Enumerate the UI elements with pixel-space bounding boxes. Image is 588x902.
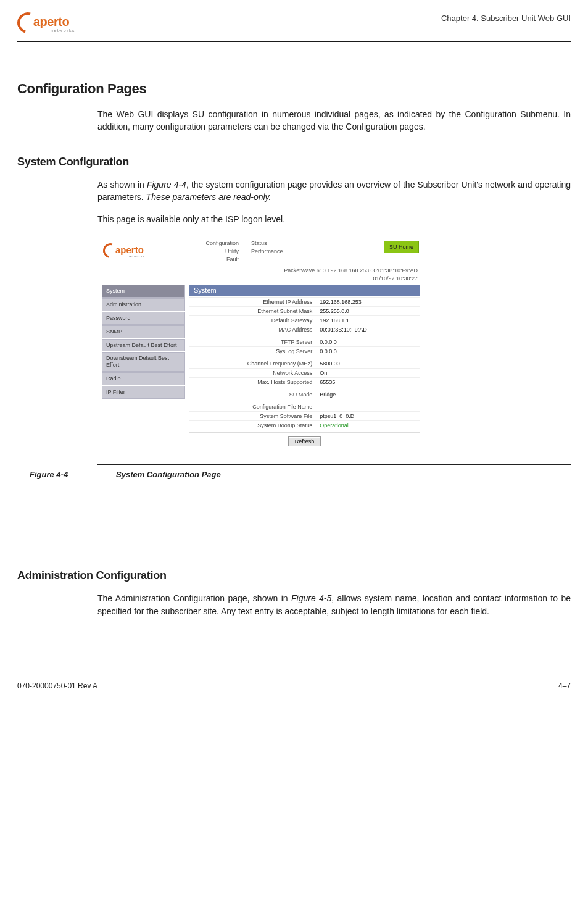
table-row: Max. Hosts Supported65535 [189,378,420,388]
row-label: Network Access [189,369,316,378]
table-row: Channel Frequency (MHz)5800.00 [189,357,420,369]
footer-right: 4–7 [558,682,571,690]
sidebar-item-snmp[interactable]: SNMP [102,325,185,338]
sidebar-item-ipfilter[interactable]: IP Filter [102,386,185,399]
row-label: TFTP Server [189,335,316,347]
table-row: Ethernet Subnet Mask255.255.0.0 [189,307,420,316]
row-label: Channel Frequency (MHz) [189,357,316,369]
sidebar-item-administration[interactable]: Administration [102,298,185,311]
screenshot-container: aperto networks Configuration Utility Fa… [97,235,571,454]
status-line: PacketWave 610 192.168.168.253 00:01:3B:… [98,264,424,283]
row-label: Configuration File Name [189,400,316,412]
row-label: System Software File [189,412,316,421]
section-rule [17,73,571,73]
table-row: MAC Address00:01:3B:10:F9:AD [189,325,420,336]
row-value: 5800.00 [316,357,420,369]
figure-caption: Figure 4-4 System Configuration Page [30,470,571,479]
screenshot: aperto networks Configuration Utility Fa… [97,235,424,454]
figref-4-4: Figure 4-4 [147,180,186,190]
logo-text: aperto [33,15,69,29]
refresh-row: Refresh [189,432,420,449]
sysconf-heading: System Configuration [17,156,571,169]
system-table: Ethernet IP Address192.168.168.253Ethern… [189,297,420,430]
nav-link-fault[interactable]: Fault [196,256,239,264]
su-home-button[interactable]: SU Home [384,241,419,253]
row-value: 255.255.0.0 [316,307,420,316]
figure-caption-rule [97,464,571,465]
figure-number: Figure 4-4 [30,470,79,479]
row-value: 0.0.0.0 [316,347,420,357]
row-label: Ethernet IP Address [189,298,316,307]
sidebar-item-downstream[interactable]: Downstream Default Best Effort [102,352,185,372]
row-value: 00:01:3B:10:F9:AD [316,325,420,336]
row-label: MAC Address [189,325,316,336]
footer-left: 070-20000750-01 Rev A [17,682,97,690]
sidebar-item-password[interactable]: Password [102,312,185,325]
section-heading: Configuration Pages [17,81,571,97]
figure-title: System Configuration Page [116,470,221,479]
header-rule [17,41,571,42]
admin-p1: The Administration Configuration page, s… [97,592,571,617]
table-row: Configuration File Name [189,400,420,412]
row-value: 192.168.1.1 [316,316,420,325]
nav-col-1: Configuration Utility Fault [196,240,239,263]
row-label: Max. Hosts Supported [189,378,316,388]
row-value: 65535 [316,378,420,388]
ss-logo-sub: networks [128,254,145,258]
section-intro: The Web GUI displays SU configuration in… [97,108,571,133]
table-row: SU ModeBridge [189,388,420,400]
operational-status: Operational [320,422,349,428]
row-value [316,400,420,412]
row-value: On [316,369,420,378]
content-panel: System Ethernet IP Address192.168.168.25… [189,285,420,449]
table-row: Ethernet IP Address192.168.168.253 [189,298,420,307]
table-row: Default Gateway192.168.1.1 [189,316,420,325]
logo-subtext: networks [51,28,75,33]
sysconf-p1a: As shown in [97,180,147,190]
table-row: System Software Fileptpsu1_0_0.D [189,412,420,421]
content-title: System [189,285,420,296]
sidebar-item-upstream[interactable]: Upstream Default Best Effort [102,339,185,352]
figref-4-5: Figure 4-5 [291,593,331,603]
row-value: Operational [316,421,420,430]
nav-link-utility[interactable]: Utility [196,248,239,256]
chapter-label: Chapter 4. Subscriber Unit Web GUI [441,14,571,23]
table-row: TFTP Server0.0.0.0 [189,335,420,347]
sidebar-item-system[interactable]: System [102,285,185,298]
readonly-note: These parameters are read-only. [146,192,271,202]
page-header: aperto networks Chapter 4. Subscriber Un… [17,11,571,37]
row-label: System Bootup Status [189,421,316,430]
nav-col-2: Status Performance [251,240,294,263]
admin-p1a: The Administration Configuration page, s… [97,593,291,603]
table-row: SysLog Server0.0.0.0 [189,347,420,357]
status-line-1: PacketWave 610 192.168.168.253 00:01:3B:… [98,267,418,275]
row-label: SysLog Server [189,347,316,357]
sysconf-p1: As shown in Figure 4-4, the system confi… [97,178,571,204]
row-value: ptpsu1_0_0.D [316,412,420,421]
row-value: Bridge [316,388,420,400]
ss-body: System Administration Password SNMP Upst… [98,283,424,454]
table-row: System Bootup StatusOperational [189,421,420,430]
sidebar: System Administration Password SNMP Upst… [102,285,185,449]
table-row: Network AccessOn [189,369,420,378]
logo: aperto networks [17,11,91,37]
row-value: 192.168.168.253 [316,298,420,307]
nav-link-status[interactable]: Status [251,240,294,248]
row-label: Default Gateway [189,316,316,325]
sysconf-p2: This page is available only at the ISP l… [97,213,571,225]
page-footer: 070-20000750-01 Rev A 4–7 [17,679,571,690]
ss-topbar: aperto networks Configuration Utility Fa… [98,236,424,264]
sidebar-item-radio[interactable]: Radio [102,372,185,385]
row-label: Ethernet Subnet Mask [189,307,316,316]
admin-heading: Administration Configuration [17,569,571,582]
refresh-button[interactable]: Refresh [288,436,321,446]
status-line-2: 01/10/97 10:30:27 [98,275,418,283]
ss-logo-text: aperto [115,244,144,255]
nav-link-performance[interactable]: Performance [251,248,294,256]
ss-logo: aperto networks [103,242,159,261]
nav-columns: Configuration Utility Fault Status Perfo… [196,240,384,263]
nav-link-configuration[interactable]: Configuration [196,240,239,248]
row-label: SU Mode [189,388,316,400]
row-value: 0.0.0.0 [316,335,420,347]
